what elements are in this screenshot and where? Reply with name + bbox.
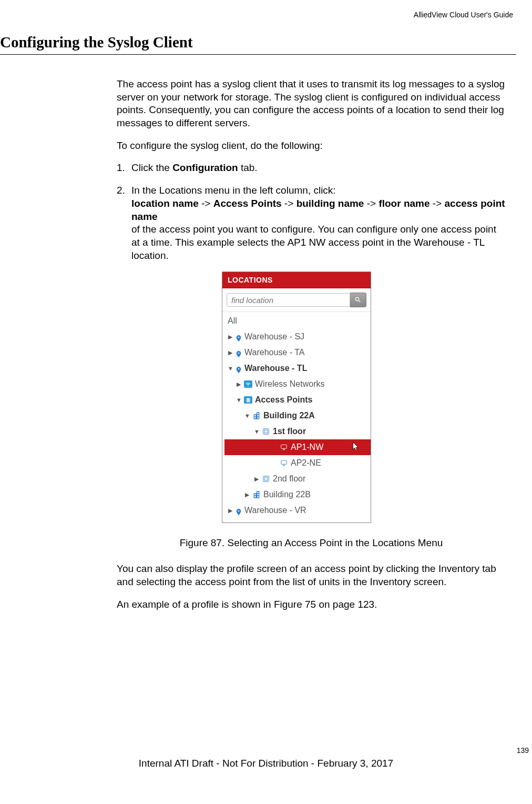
path-part: building name xyxy=(296,198,364,209)
path-part: location name xyxy=(131,198,199,209)
tree-item-warehouse-sj[interactable]: Warehouse - SJ xyxy=(224,329,371,345)
tree-label: Building 22B xyxy=(263,488,311,501)
tree-label: Access Points xyxy=(255,394,312,406)
tree-item-2nd-floor[interactable]: 2nd floor xyxy=(224,471,371,487)
find-location-input[interactable] xyxy=(227,293,350,307)
floor-icon xyxy=(261,427,271,436)
title-rule xyxy=(0,54,516,55)
floor-icon xyxy=(261,475,271,483)
tree-item-building-22b[interactable]: Building 22B xyxy=(224,487,371,502)
figure-caption: Figure 87. Selecting an Access Point in … xyxy=(117,537,506,550)
after-paragraph-2: An example of a profile is shown in Figu… xyxy=(117,598,506,611)
tree-label: Warehouse - TA xyxy=(244,346,304,359)
step-number: 2. xyxy=(117,184,131,262)
tree-label: Warehouse - TL xyxy=(244,362,307,375)
path-sep: -> xyxy=(282,198,296,209)
step-number: 1. xyxy=(117,162,131,175)
caret-down-icon xyxy=(228,364,233,373)
device-icon xyxy=(279,443,289,451)
tree-label: Building 22A xyxy=(263,409,315,422)
tree-label: 2nd floor xyxy=(273,473,305,485)
path-sep: -> xyxy=(364,198,378,209)
locations-tree: All Warehouse - SJ Warehouse - TA Wareho… xyxy=(222,312,371,522)
path-sep: -> xyxy=(199,198,213,209)
path-part: Access Points xyxy=(213,198,282,209)
caret-down-icon xyxy=(244,411,250,420)
caret-right-icon xyxy=(228,348,233,357)
step-text: In the Locations menu in the left column… xyxy=(131,185,336,196)
caret-right-icon xyxy=(244,490,250,499)
svg-rect-4 xyxy=(263,476,269,482)
step-text: of the access point you want to configur… xyxy=(131,224,496,260)
search-button[interactable] xyxy=(350,293,366,307)
tree-item-1st-floor[interactable]: 1st floor xyxy=(224,424,371,439)
lead-sentence: To configure the syslog client, do the f… xyxy=(117,139,506,153)
svg-rect-5 xyxy=(264,478,268,481)
after-paragraph-1: You can also display the profile screen … xyxy=(117,562,506,588)
caret-right-icon xyxy=(254,475,259,484)
tree-all[interactable]: All xyxy=(224,313,371,329)
tree-label: AP2-NE xyxy=(291,457,321,469)
caret-right-icon xyxy=(228,333,233,341)
device-icon xyxy=(279,459,289,467)
step-text: Click the xyxy=(131,162,172,173)
tree-item-warehouse-vr[interactable]: Warehouse - VR xyxy=(224,502,371,518)
tree-item-warehouse-ta[interactable]: Warehouse - TA xyxy=(224,345,371,360)
building-icon xyxy=(252,411,261,420)
tree-item-ap2-ne[interactable]: AP2-NE xyxy=(224,455,371,471)
svg-rect-1 xyxy=(264,430,268,434)
footer-note: Internal ATI Draft - Not For Distributio… xyxy=(0,758,532,769)
step-bold: Configuration xyxy=(172,162,238,173)
section-title: Configuring the Syslog Client xyxy=(0,34,516,51)
tree-item-access-points[interactable]: ≣ Access Points xyxy=(224,392,371,408)
svg-rect-2 xyxy=(281,445,287,449)
caret-down-icon xyxy=(254,427,259,436)
path-sep: -> xyxy=(430,198,445,209)
pin-icon xyxy=(235,349,242,356)
tree-label: Wireless Networks xyxy=(255,378,324,390)
caret-down-icon xyxy=(236,396,241,405)
step-2: 2. In the Locations menu in the left col… xyxy=(117,184,506,262)
pin-icon xyxy=(235,507,242,514)
pin-icon xyxy=(235,365,242,372)
wifi-icon xyxy=(243,380,253,388)
locations-panel: LOCATIONS All Warehouse - SJ Warehouse - xyxy=(222,272,371,523)
tree-item-warehouse-tl[interactable]: Warehouse - TL xyxy=(224,360,371,376)
cursor-icon xyxy=(351,441,361,452)
page-number: 139 xyxy=(0,746,532,755)
svg-rect-3 xyxy=(281,461,287,465)
caret-right-icon xyxy=(228,506,233,515)
svg-rect-0 xyxy=(263,429,269,435)
tree-label: 1st floor xyxy=(273,425,306,438)
intro-paragraph: The access point has a syslog client tha… xyxy=(117,78,506,130)
pin-icon xyxy=(235,333,242,340)
tree-item-wireless-networks[interactable]: Wireless Networks xyxy=(224,376,371,392)
doc-header: AlliedView Cloud User's Guide xyxy=(0,11,516,19)
tree-label: Warehouse - VR xyxy=(244,504,306,517)
caret-right-icon xyxy=(236,380,241,389)
tree-item-building-22a[interactable]: Building 22A xyxy=(224,408,371,424)
building-icon xyxy=(252,490,261,499)
search-icon xyxy=(354,296,362,304)
tree-label: AP1-NW xyxy=(291,441,323,454)
tree-item-ap1-nw-selected[interactable]: AP1-NW xyxy=(224,439,371,455)
locations-header: LOCATIONS xyxy=(222,272,371,288)
step-1: 1. Click the Configuration tab. xyxy=(117,162,506,175)
path-part: floor name xyxy=(378,198,429,209)
step-text: tab. xyxy=(238,162,258,173)
tree-label: Warehouse - SJ xyxy=(244,330,304,343)
access-point-icon: ≣ xyxy=(243,396,253,404)
